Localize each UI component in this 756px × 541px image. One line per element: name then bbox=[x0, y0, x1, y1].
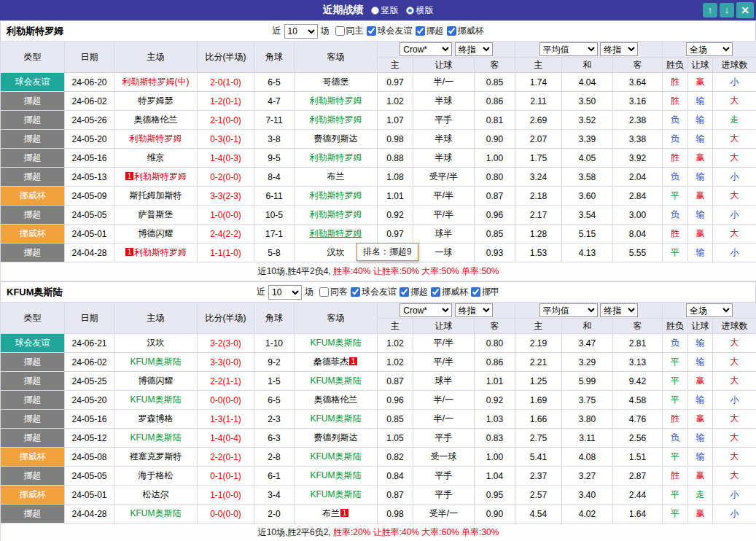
checkbox-input[interactable] bbox=[351, 287, 360, 297]
avg-stage-select[interactable]: 终指 bbox=[600, 303, 638, 317]
move-up-button[interactable]: ↑ bbox=[703, 3, 717, 17]
match-date: 24-05-12 bbox=[65, 429, 114, 448]
league-filter-checkbox[interactable]: 挪威杯 bbox=[447, 25, 484, 37]
league-filter-checkbox[interactable]: 同主 bbox=[335, 25, 364, 37]
away-team-link[interactable]: 利勒斯特罗姆 bbox=[295, 149, 378, 168]
home-team-link[interactable]: 1利勒斯特罗姆 bbox=[114, 244, 198, 262]
home-team-link[interactable]: KFUM奥斯陆 bbox=[114, 391, 198, 410]
match-count-select[interactable]: 10 bbox=[284, 24, 318, 39]
away-team-link[interactable]: 费德列斯达 bbox=[295, 130, 378, 149]
bookmaker-select[interactable]: Crow* bbox=[400, 303, 452, 317]
avg-home: 2.57 bbox=[515, 486, 562, 505]
avg-stage-select[interactable]: 终指 bbox=[600, 42, 638, 56]
home-team-link[interactable]: KFUM奥斯陆 bbox=[114, 505, 198, 524]
match-type: 球会友谊 bbox=[1, 73, 65, 92]
league-filter-checkbox[interactable]: 挪超 bbox=[416, 25, 444, 37]
checkbox-input[interactable] bbox=[319, 287, 329, 297]
checkbox-label: 挪威杯 bbox=[442, 286, 468, 298]
odds-away: 0.85 bbox=[475, 225, 515, 244]
move-down-button[interactable]: ↓ bbox=[720, 3, 734, 17]
scope-select[interactable]: 全场 bbox=[686, 303, 733, 317]
match-count-select[interactable]: 10 bbox=[268, 285, 302, 300]
away-team-link[interactable]: 费德列斯达 bbox=[295, 429, 378, 448]
league-filter-checkbox[interactable]: 球会友谊 bbox=[351, 286, 397, 298]
result-outcome: 负 bbox=[663, 429, 688, 448]
away-team-link[interactable]: 桑德菲杰1 bbox=[295, 353, 378, 372]
odds-stage-select[interactable]: 终指 bbox=[455, 303, 493, 317]
odds-away: 0.80 bbox=[475, 168, 515, 187]
home-team-link[interactable]: 斯托姆加斯特 bbox=[114, 187, 198, 206]
checkbox-input[interactable] bbox=[431, 287, 440, 297]
home-team-link[interactable]: 博德闪耀 bbox=[114, 225, 198, 244]
home-team-link[interactable]: 1利勒斯特罗姆 bbox=[114, 168, 198, 187]
avg-home: 1.74 bbox=[515, 73, 562, 92]
odds-away: 0.86 bbox=[475, 353, 515, 372]
checkbox-input[interactable] bbox=[447, 26, 456, 36]
league-filter-checkbox[interactable]: 挪超 bbox=[400, 286, 428, 298]
home-team-link[interactable]: KFUM奥斯陆 bbox=[114, 429, 198, 448]
home-team-link[interactable]: 奥德格伦兰 bbox=[114, 111, 198, 130]
away-team-link[interactable]: 利勒斯特罗姆 bbox=[295, 225, 378, 244]
away-team-link[interactable]: 利勒斯特罗姆 bbox=[295, 187, 378, 206]
corner-count: 3-8 bbox=[254, 130, 295, 149]
home-team-link[interactable]: 维京 bbox=[114, 149, 198, 168]
layout-radio-vertical[interactable]: 竖版 bbox=[371, 4, 399, 17]
checkbox-input[interactable] bbox=[471, 287, 480, 297]
home-team-link[interactable]: 利勒斯特罗姆(中) bbox=[114, 73, 198, 92]
away-team-link[interactable]: 利勒斯特罗姆 bbox=[295, 111, 378, 130]
home-team-link[interactable]: 萨普斯堡 bbox=[114, 206, 198, 225]
checkbox-input[interactable] bbox=[416, 26, 425, 36]
match-type: 挪超 bbox=[1, 353, 65, 372]
match-type: 挪超 bbox=[1, 149, 65, 168]
match-date: 24-05-05 bbox=[65, 467, 114, 486]
league-filter-checkbox[interactable]: 球会友谊 bbox=[367, 25, 413, 37]
bookmaker-select[interactable]: Crow* bbox=[400, 42, 452, 56]
away-team-link[interactable]: 利勒斯特罗姆 bbox=[295, 206, 378, 225]
away-team-link[interactable]: 布兰 bbox=[295, 168, 378, 187]
league-filter-checkbox[interactable]: 挪甲 bbox=[471, 286, 499, 298]
away-team-link[interactable]: KFUM奥斯陆 bbox=[295, 448, 378, 467]
odds-stage-select[interactable]: 终指 bbox=[455, 42, 493, 56]
checkbox-input[interactable] bbox=[367, 26, 376, 36]
average-select[interactable]: 平均值 bbox=[539, 303, 598, 317]
result-goals: 小 bbox=[713, 486, 756, 505]
close-button[interactable]: ✕ bbox=[736, 2, 754, 18]
away-team-link[interactable]: KFUM奥斯陆 bbox=[295, 334, 378, 353]
radio-icon bbox=[371, 7, 379, 15]
home-team-link[interactable]: 博德闪耀 bbox=[114, 372, 198, 391]
result-outcome: 负 bbox=[663, 206, 688, 225]
league-filter-checkbox[interactable]: 挪威杯 bbox=[431, 286, 468, 298]
odds-handicap: 受平/半 bbox=[413, 168, 475, 187]
away-team-link[interactable]: KFUM奥斯陆 bbox=[295, 486, 378, 505]
match-row: 挪威杯24-05-09斯托姆加斯特3-3(2-3)6-11利勒斯特罗姆1.01平… bbox=[1, 187, 756, 206]
away-team-link[interactable]: 布兰1 bbox=[295, 505, 378, 524]
league-filter-checkbox[interactable]: 同客 bbox=[319, 286, 348, 298]
away-team-link[interactable]: KFUM奥斯陆 bbox=[295, 410, 378, 429]
away-team-link[interactable]: 哥德堡 bbox=[295, 73, 378, 92]
home-team-link[interactable]: 裡塞克罗斯特 bbox=[114, 448, 198, 467]
avg-away: 3.92 bbox=[613, 149, 663, 168]
away-team-link[interactable]: KFUM奥斯陆 bbox=[295, 372, 378, 391]
away-team-link[interactable]: 奥德格伦兰 bbox=[295, 391, 378, 410]
home-team-link[interactable]: 罗森博格 bbox=[114, 410, 198, 429]
home-team-link[interactable]: 松达尔 bbox=[114, 486, 198, 505]
home-team-link[interactable]: 利勒斯特罗姆 bbox=[114, 130, 198, 149]
scope-select[interactable]: 全场 bbox=[686, 42, 733, 56]
layout-radio-horizontal[interactable]: 横版 bbox=[406, 4, 434, 17]
odds-away: 0.80 bbox=[475, 334, 515, 353]
home-team-link[interactable]: 汉坎 bbox=[114, 334, 198, 353]
home-team-link[interactable]: KFUM奥斯陆 bbox=[114, 353, 198, 372]
checkbox-input[interactable] bbox=[400, 287, 409, 297]
home-team-link[interactable]: 特罗姆瑟 bbox=[114, 92, 198, 111]
odds-handicap: 平手 bbox=[413, 429, 475, 448]
filter-prefix-label: 近 bbox=[257, 286, 265, 298]
match-score: 1-4(0-3) bbox=[198, 149, 254, 168]
home-team-link[interactable]: 海于格松 bbox=[114, 467, 198, 486]
away-team-link[interactable]: KFUM奥斯陆 bbox=[295, 467, 378, 486]
average-select[interactable]: 平均值 bbox=[539, 42, 598, 56]
odds-home: 0.92 bbox=[378, 206, 413, 225]
checkbox-input[interactable] bbox=[335, 26, 345, 36]
odds-source-header: Crow* 终指 bbox=[378, 303, 515, 319]
avg-draw: 3.54 bbox=[562, 206, 613, 225]
away-team-link[interactable]: 利勒斯特罗姆 bbox=[295, 92, 378, 111]
